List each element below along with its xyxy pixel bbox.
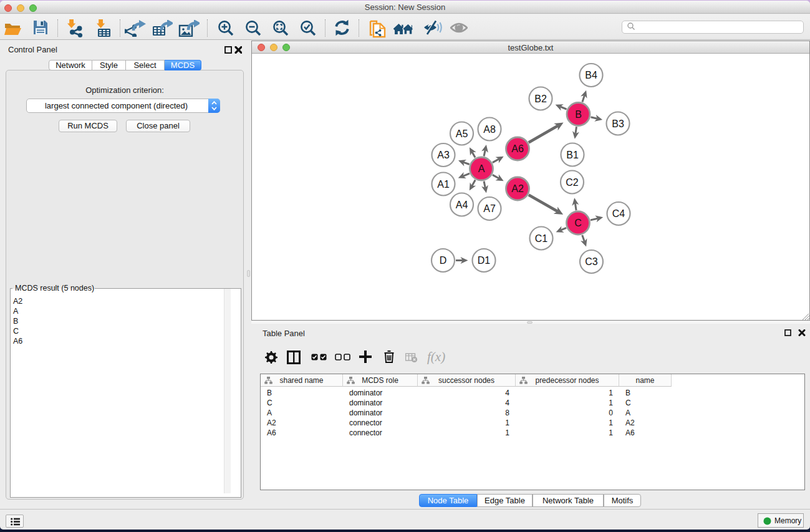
svg-text:A: A [478, 163, 485, 174]
svg-text:B4: B4 [585, 70, 597, 80]
svg-text:B3: B3 [612, 118, 624, 129]
svg-text:A2: A2 [511, 183, 524, 194]
svg-text:D1: D1 [478, 255, 491, 266]
svg-text:C: C [574, 218, 582, 228]
svg-text:B: B [575, 109, 582, 120]
svg-text:B2: B2 [534, 94, 547, 104]
svg-text:A8: A8 [483, 124, 496, 135]
svg-text:C3: C3 [585, 256, 598, 267]
svg-text:A5: A5 [456, 128, 468, 139]
svg-text:A3: A3 [437, 150, 450, 160]
svg-text:A7: A7 [483, 203, 496, 214]
svg-text:A6: A6 [511, 143, 524, 154]
svg-text:C1: C1 [535, 233, 548, 244]
svg-text:A1: A1 [437, 179, 450, 190]
svg-text:C4: C4 [612, 208, 625, 219]
svg-text:B1: B1 [566, 150, 579, 160]
svg-text:A4: A4 [456, 200, 468, 210]
svg-text:D: D [440, 255, 447, 266]
svg-text:C2: C2 [566, 177, 579, 188]
